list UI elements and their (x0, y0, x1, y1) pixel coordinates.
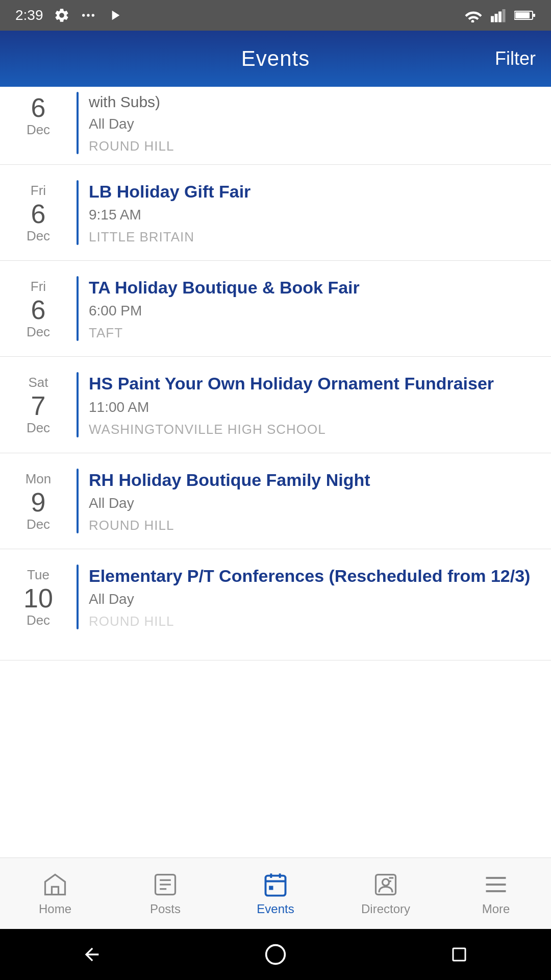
svg-point-1 (87, 14, 89, 16)
app-header: Events Filter (0, 31, 551, 87)
home-button[interactable] (260, 939, 291, 970)
signal-icon (491, 8, 506, 22)
svg-rect-9 (533, 14, 535, 17)
event-title: TA Holiday Boutique & Book Fair (89, 276, 541, 299)
event-month: Dec (27, 612, 50, 628)
svg-point-19 (383, 879, 389, 886)
nav-item-posts[interactable]: Posts (110, 858, 220, 929)
event-month: Dec (27, 228, 50, 244)
svg-rect-5 (498, 12, 502, 22)
event-time: All Day (89, 116, 541, 132)
status-left: 2:39 (15, 7, 123, 23)
svg-rect-14 (266, 875, 286, 895)
event-date: 6 Dec (10, 92, 66, 154)
event-info: RH Holiday Boutique Family Night All Day… (89, 469, 541, 533)
day-number: 6 (31, 94, 46, 121)
event-title: RH Holiday Boutique Family Night (89, 469, 541, 491)
event-divider (77, 92, 79, 154)
day-name: Tue (27, 567, 49, 583)
event-month: Dec (27, 420, 50, 436)
event-time: All Day (89, 591, 541, 607)
event-title: HS Paint Your Own Holiday Ornament Fundr… (89, 372, 541, 395)
svg-rect-3 (491, 16, 494, 22)
list-item[interactable]: Fri 6 Dec LB Holiday Gift Fair 9:15 AM L… (0, 165, 551, 261)
nav-label-events: Events (257, 902, 294, 916)
day-number: 6 (31, 201, 46, 227)
event-location: TAFT (89, 325, 541, 341)
svg-point-25 (266, 945, 285, 964)
day-number: 7 (31, 393, 46, 419)
nav-label-posts: Posts (150, 902, 181, 916)
status-right (464, 8, 536, 22)
event-info: HS Paint Your Own Holiday Ornament Fundr… (89, 372, 541, 437)
time: 2:39 (15, 7, 43, 23)
day-number: 6 (31, 297, 46, 323)
nav-item-home[interactable]: Home (0, 858, 110, 929)
home-icon (42, 871, 68, 898)
list-item[interactable]: Fri 6 Dec TA Holiday Boutique & Book Fai… (0, 261, 551, 357)
event-divider (77, 180, 79, 245)
list-item[interactable]: Tue 10 Dec Elementary P/T Conferences (R… (0, 549, 551, 660)
event-time: 11:00 AM (89, 399, 541, 415)
more-icon (483, 871, 509, 898)
event-title: with Subs) (89, 92, 541, 112)
svg-point-2 (91, 14, 94, 16)
event-month: Dec (27, 517, 50, 532)
day-number: 10 (23, 585, 53, 611)
event-location: ROUND HILL (89, 518, 541, 533)
back-button[interactable] (77, 939, 107, 970)
event-location: LITTLE BRITAIN (89, 229, 541, 245)
events-icon (262, 871, 289, 898)
event-date: Fri 6 Dec (10, 180, 66, 245)
event-time: 6:00 PM (89, 303, 541, 319)
battery-icon (514, 9, 536, 21)
filter-button[interactable]: Filter (495, 48, 536, 69)
events-list: 6 Dec with Subs) All Day ROUND HILL Fri … (0, 87, 551, 857)
page-title: Events (241, 46, 310, 71)
event-divider (77, 469, 79, 533)
event-month: Dec (27, 324, 50, 340)
list-item[interactable]: Sat 7 Dec HS Paint Your Own Holiday Orna… (0, 357, 551, 453)
event-divider (77, 565, 79, 629)
event-location: ROUND HILL (89, 614, 541, 629)
nav-item-events[interactable]: Events (220, 858, 331, 929)
event-time: All Day (89, 495, 541, 511)
event-info: with Subs) All Day ROUND HILL (89, 92, 541, 154)
event-info: LB Holiday Gift Fair 9:15 AM LITTLE BRIT… (89, 180, 541, 245)
list-item[interactable]: 6 Dec with Subs) All Day ROUND HILL (0, 87, 551, 165)
posts-icon (152, 871, 179, 898)
event-info: TA Holiday Boutique & Book Fair 6:00 PM … (89, 276, 541, 341)
svg-rect-26 (453, 948, 465, 961)
event-location: ROUND HILL (89, 138, 541, 154)
settings-icon (54, 7, 70, 23)
bottom-nav: Home Posts Events Directory (0, 857, 551, 929)
event-month: Dec (27, 122, 50, 138)
day-name: Fri (31, 183, 46, 199)
nav-label-directory: Directory (361, 902, 410, 916)
list-item[interactable]: Mon 9 Dec RH Holiday Boutique Family Nig… (0, 453, 551, 549)
event-date: Fri 6 Dec (10, 276, 66, 341)
nav-item-directory[interactable]: Directory (331, 858, 441, 929)
event-date: Mon 9 Dec (10, 469, 66, 533)
svg-rect-6 (503, 9, 506, 22)
event-title: Elementary P/T Conferences (Rescheduled … (89, 565, 541, 587)
nav-label-more: More (482, 902, 510, 916)
event-date: Sat 7 Dec (10, 372, 66, 437)
day-number: 9 (31, 489, 46, 516)
dots-icon (80, 7, 96, 23)
nav-item-more[interactable]: More (441, 858, 551, 929)
event-info: Elementary P/T Conferences (Rescheduled … (89, 565, 541, 629)
event-divider (77, 276, 79, 341)
svg-rect-4 (495, 14, 498, 22)
play-icon (107, 7, 123, 23)
event-time: 9:15 AM (89, 207, 541, 223)
nav-label-home: Home (39, 902, 71, 916)
svg-rect-8 (515, 12, 530, 18)
event-title: LB Holiday Gift Fair (89, 180, 541, 203)
directory-icon (372, 871, 399, 898)
event-divider (77, 372, 79, 437)
event-location: WASHINGTONVILLE HIGH SCHOOL (89, 422, 541, 437)
wifi-icon (464, 8, 483, 22)
recents-button[interactable] (444, 939, 474, 970)
day-name: Mon (26, 471, 52, 487)
